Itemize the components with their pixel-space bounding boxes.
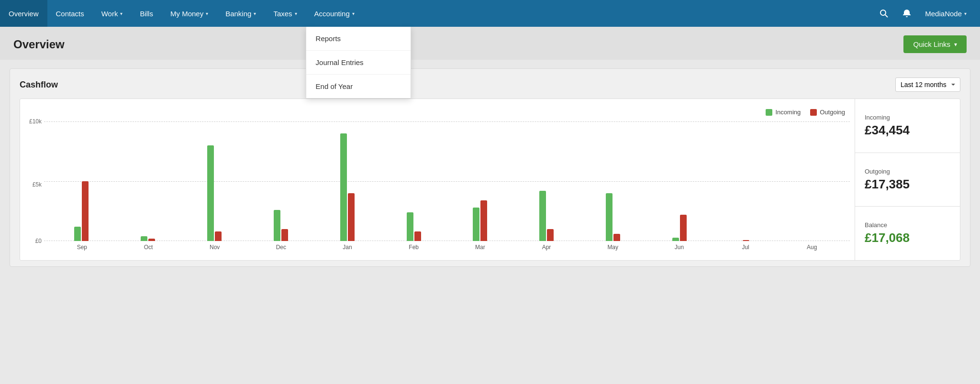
legend-incoming: Incoming bbox=[766, 109, 801, 116]
bar-incoming-dec bbox=[274, 210, 280, 241]
accounting-dropdown: Reports Journal Entries End of Year bbox=[306, 27, 411, 99]
bar-incoming-jan bbox=[340, 133, 347, 241]
page-title: Overview bbox=[13, 38, 65, 51]
nav-label-work: Work bbox=[101, 10, 118, 18]
x-label-jun: Jun bbox=[646, 241, 713, 255]
stat-block-incoming: Incoming £34,454 bbox=[855, 99, 960, 153]
bar-group-mar bbox=[447, 121, 513, 241]
bar-outgoing-may bbox=[613, 234, 620, 241]
chevron-down-icon: ▾ bbox=[352, 11, 355, 16]
bar-group-oct bbox=[115, 121, 181, 241]
page-header: Overview Quick Links ▾ bbox=[0, 27, 980, 60]
dropdown-item-reports[interactable]: Reports bbox=[306, 27, 411, 51]
bar-outgoing-jun bbox=[680, 215, 687, 241]
x-label-oct: Oct bbox=[115, 241, 182, 255]
user-label: MediaNode bbox=[925, 10, 962, 18]
legend-outgoing-label: Outgoing bbox=[820, 109, 845, 116]
nav-item-banking[interactable]: Banking ▾ bbox=[217, 0, 265, 27]
nav-label-bills: Bills bbox=[140, 10, 153, 18]
bar-group-apr bbox=[514, 121, 579, 241]
nav-item-bills[interactable]: Bills bbox=[131, 0, 162, 27]
bar-incoming-nov bbox=[207, 145, 214, 241]
cashflow-card: Cashflow Last 12 months Last 6 months Th… bbox=[10, 68, 970, 267]
y-label-0: £0 bbox=[35, 238, 42, 244]
x-label-sep: Sep bbox=[49, 241, 115, 255]
stat-outgoing-label: Outgoing bbox=[865, 168, 950, 175]
bar-outgoing-apr bbox=[547, 229, 554, 241]
bar-incoming-mar bbox=[473, 208, 479, 241]
y-label-10k: £10k bbox=[29, 118, 42, 125]
user-chevron-icon: ▾ bbox=[964, 11, 967, 16]
legend-incoming-label: Incoming bbox=[775, 109, 801, 116]
nav-label-accounting: Accounting bbox=[314, 10, 350, 18]
bar-group-jun bbox=[646, 121, 712, 241]
user-menu[interactable]: MediaNode ▾ bbox=[919, 0, 972, 27]
bar-incoming-sep bbox=[74, 227, 81, 241]
legend-outgoing: Outgoing bbox=[810, 109, 845, 116]
dropdown-item-journal-entries[interactable]: Journal Entries bbox=[306, 51, 411, 75]
bar-outgoing-nov bbox=[215, 231, 222, 241]
x-label-mar: Mar bbox=[447, 241, 513, 255]
bar-group-dec bbox=[248, 121, 313, 241]
chart-outer: Incoming Outgoing £10k £5k £0 bbox=[20, 99, 960, 261]
x-label-dec: Dec bbox=[248, 241, 314, 255]
bar-group-may bbox=[580, 121, 646, 241]
stat-block-balance: Balance £17,068 bbox=[855, 207, 960, 260]
x-axis-labels: SepOctNovDecJanFebMarAprMayJunJulAug bbox=[44, 241, 850, 255]
bar-outgoing-sep bbox=[82, 181, 89, 241]
nav-label-overview: Overview bbox=[9, 10, 39, 18]
y-axis-labels: £10k £5k £0 bbox=[25, 121, 44, 241]
bar-group-feb bbox=[381, 121, 446, 241]
y-label-5k: £5k bbox=[33, 181, 42, 188]
incoming-color-swatch bbox=[766, 109, 772, 116]
nav-label-banking: Banking bbox=[225, 10, 251, 18]
nav-label-contacts: Contacts bbox=[56, 10, 84, 18]
stat-block-outgoing: Outgoing £17,385 bbox=[855, 153, 960, 207]
x-label-aug: Aug bbox=[779, 241, 845, 255]
quick-links-button[interactable]: Quick Links ▾ bbox=[903, 35, 967, 53]
period-select[interactable]: Last 12 months Last 6 months This year L… bbox=[895, 77, 960, 92]
bell-icon-button[interactable] bbox=[896, 0, 917, 27]
cashflow-title: Cashflow bbox=[20, 80, 58, 90]
bell-icon bbox=[902, 9, 912, 18]
bar-chart: £10k £5k £0 SepOctNovDecJanFebMarAprMayJ… bbox=[25, 121, 850, 255]
svg-point-0 bbox=[880, 10, 886, 15]
nav-label-mymoney: My Money bbox=[170, 10, 203, 18]
bar-group-jan bbox=[314, 121, 380, 241]
bar-incoming-may bbox=[606, 193, 612, 241]
nav-item-overview[interactable]: Overview bbox=[0, 0, 47, 27]
chart-area: Incoming Outgoing £10k £5k £0 bbox=[20, 99, 855, 260]
nav-item-work[interactable]: Work ▾ bbox=[93, 0, 132, 27]
stat-balance-value: £17,068 bbox=[865, 230, 950, 245]
stat-incoming-value: £34,454 bbox=[865, 123, 950, 138]
outgoing-color-swatch bbox=[810, 109, 817, 116]
search-icon-button[interactable] bbox=[873, 0, 894, 27]
bar-incoming-feb bbox=[407, 212, 413, 241]
bar-group-jul bbox=[713, 121, 779, 241]
bars-container bbox=[44, 121, 850, 241]
bar-incoming-apr bbox=[539, 191, 546, 241]
stat-balance-label: Balance bbox=[865, 221, 950, 229]
bar-outgoing-dec bbox=[281, 229, 288, 241]
bar-group-sep bbox=[49, 121, 114, 241]
nav-item-mymoney[interactable]: My Money ▾ bbox=[162, 0, 217, 27]
bar-outgoing-feb bbox=[414, 231, 421, 241]
bar-outgoing-jan bbox=[348, 193, 355, 241]
x-label-apr: Apr bbox=[513, 241, 580, 255]
nav-label-taxes: Taxes bbox=[273, 10, 292, 18]
bar-outgoing-mar bbox=[480, 200, 487, 241]
chevron-down-icon: ▾ bbox=[206, 11, 208, 16]
chevron-down-icon: ▾ bbox=[295, 11, 297, 16]
chevron-down-icon: ▾ bbox=[120, 11, 122, 16]
navbar: Overview Contacts Work ▾ Bills My Money … bbox=[0, 0, 980, 27]
nav-item-taxes[interactable]: Taxes ▾ bbox=[265, 0, 305, 27]
quick-links-chevron-icon: ▾ bbox=[954, 41, 957, 48]
x-label-jan: Jan bbox=[314, 241, 381, 255]
nav-item-contacts[interactable]: Contacts bbox=[47, 0, 93, 27]
stat-outgoing-value: £17,385 bbox=[865, 177, 950, 192]
dropdown-item-end-of-year[interactable]: End of Year bbox=[306, 75, 411, 98]
x-label-may: May bbox=[579, 241, 646, 255]
nav-item-accounting[interactable]: Accounting ▾ bbox=[306, 0, 363, 27]
nav-right: MediaNode ▾ bbox=[873, 0, 980, 27]
chart-legend: Incoming Outgoing bbox=[25, 109, 850, 116]
